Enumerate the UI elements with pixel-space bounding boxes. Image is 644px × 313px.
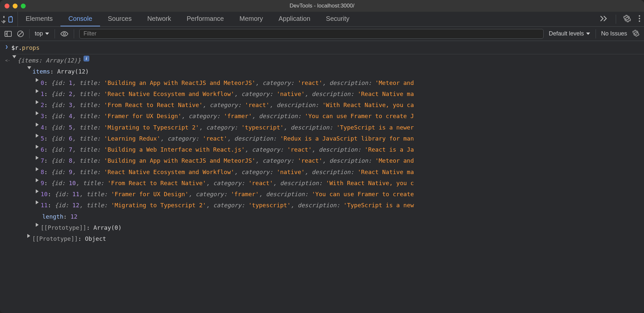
console-toolbar: top Default levels No Issues — [0, 27, 644, 41]
chevron-down-icon — [586, 30, 590, 37]
array-item-content: 2: {id: 3, title: 'From React to React N… — [41, 100, 414, 110]
context-selector[interactable]: top — [35, 30, 49, 37]
array-item-content: 9: {id: 10, title: 'From React to React … — [41, 178, 414, 188]
array-item-row[interactable]: 9: {id: 10, title: 'From React to React … — [0, 178, 644, 189]
expand-toggle-icon[interactable] — [36, 111, 39, 115]
more-tabs-icon[interactable] — [600, 16, 609, 22]
array-item-content: 6: {id: 7, title: 'Building a Web Interf… — [41, 145, 414, 155]
array-item-content: 7: {id: 8, title: 'Building an App with … — [41, 156, 414, 166]
prototype-property: [[Prototype]]: Object — [32, 234, 106, 244]
divider — [74, 29, 74, 38]
divider — [55, 29, 55, 38]
issues-label[interactable]: No Issues — [601, 30, 627, 37]
expand-toggle-icon[interactable] — [36, 78, 39, 82]
device-toggle-icon[interactable] — [10, 17, 12, 21]
array-item-content: 1: {id: 2, title: 'React Native Ecosyste… — [41, 89, 414, 99]
array-item-row[interactable]: 10: {id: 11, title: 'Framer for UX Desig… — [0, 189, 644, 200]
svg-point-0 — [639, 15, 640, 17]
context-label: top — [35, 30, 43, 37]
array-item-content: 10: {id: 11, title: 'Framer for UX Desig… — [41, 189, 414, 199]
array-item-row[interactable]: 3: {id: 4, title: 'Framer for UX Design'… — [0, 111, 644, 122]
window-title: DevTools - localhost:3000/ — [290, 3, 354, 9]
prototype-row[interactable]: [[Prototype]]: Array(0) — [0, 222, 644, 233]
log-levels-selector[interactable]: Default levels — [549, 30, 590, 37]
tab-application[interactable]: Application — [271, 12, 318, 26]
expand-toggle-icon[interactable] — [36, 223, 39, 227]
live-expression-icon[interactable] — [60, 30, 69, 38]
clear-console-icon[interactable] — [17, 30, 24, 37]
array-item-row[interactable]: 8: {id: 9, title: 'React Native Ecosyste… — [0, 167, 644, 178]
divider — [616, 15, 616, 24]
array-items-list: 0: {id: 1, title: 'Building an App with … — [0, 77, 644, 211]
length-property: length: 12 — [42, 212, 77, 222]
length-row[interactable]: length: 12 — [0, 211, 644, 222]
tab-console[interactable]: Console — [60, 12, 100, 26]
expand-toggle-icon[interactable] — [36, 178, 39, 182]
expand-toggle-icon[interactable] — [36, 145, 39, 149]
divider — [14, 54, 644, 54]
tab-elements[interactable]: Elements — [18, 12, 60, 26]
expand-toggle-icon[interactable] — [27, 66, 31, 69]
chevron-down-icon — [45, 30, 49, 37]
tab-performance[interactable]: Performance — [179, 12, 232, 26]
info-icon[interactable]: i — [84, 56, 89, 61]
array-item-row[interactable]: 7: {id: 8, title: 'Building an App with … — [0, 155, 644, 166]
divider — [29, 29, 30, 38]
array-item-row[interactable]: 5: {id: 6, title: 'Learning Redux', cate… — [0, 133, 644, 144]
console-input-expr: $r.props — [11, 43, 40, 53]
tab-network[interactable]: Network — [139, 12, 179, 26]
tab-security[interactable]: Security — [318, 12, 357, 26]
close-button[interactable] — [5, 4, 9, 8]
devtools-window: DevTools - localhost:3000/ Elements Cons… — [0, 0, 644, 313]
expand-toggle-icon[interactable] — [36, 189, 39, 193]
array-item-row[interactable]: 11: {id: 12, title: 'Migrating to Typesc… — [0, 200, 644, 211]
expand-toggle-icon[interactable] — [36, 156, 39, 160]
console-output-row[interactable]: <· {items: Array(12)} i — [0, 55, 644, 66]
sidebar-toggle-icon[interactable] — [5, 30, 12, 37]
array-item-row[interactable]: 2: {id: 3, title: 'From React to React N… — [0, 100, 644, 111]
array-item-row[interactable]: 1: {id: 2, title: 'React Native Ecosyste… — [0, 88, 644, 100]
levels-label: Default levels — [549, 30, 584, 37]
svg-point-5 — [63, 33, 66, 35]
object-property-row[interactable]: items: Array(12) — [0, 66, 644, 77]
svg-point-1 — [639, 18, 640, 19]
console-settings-icon[interactable] — [632, 30, 639, 38]
array-item-content: 0: {id: 1, title: 'Building an App with … — [41, 78, 414, 88]
tab-sources[interactable]: Sources — [100, 12, 139, 26]
console-input-row[interactable]: ❯ $r.props — [0, 42, 644, 53]
panel-tabbar: Elements Console Sources Network Perform… — [0, 12, 644, 27]
array-item-content: 5: {id: 6, title: 'Learning Redux', cate… — [41, 134, 414, 143]
minimize-button[interactable] — [13, 4, 18, 8]
expand-toggle-icon[interactable] — [36, 134, 39, 138]
more-menu-icon[interactable] — [638, 15, 641, 23]
console-content: ❯ $r.props <· {items: Array(12)} i items… — [0, 41, 644, 313]
expand-toggle-icon[interactable] — [27, 234, 30, 238]
filter-input[interactable] — [79, 29, 544, 39]
svg-rect-3 — [5, 31, 11, 36]
titlebar: DevTools - localhost:3000/ — [0, 0, 644, 12]
expand-toggle-icon[interactable] — [36, 167, 39, 171]
array-item-content: 3: {id: 4, title: 'Framer for UX Design'… — [41, 111, 414, 121]
items-property: items: Array(12) — [32, 67, 89, 76]
expand-toggle-icon[interactable] — [36, 123, 39, 127]
settings-icon[interactable] — [623, 15, 631, 23]
maximize-button[interactable] — [21, 4, 26, 8]
input-chevron-icon: ❯ — [5, 43, 8, 51]
svg-point-2 — [639, 20, 640, 22]
array-item-row[interactable]: 0: {id: 1, title: 'Building an App with … — [0, 77, 644, 88]
expand-toggle-icon[interactable] — [36, 200, 39, 204]
window-controls — [5, 4, 26, 8]
output-chevron-icon: <· — [5, 57, 10, 64]
array-item-row[interactable]: 6: {id: 7, title: 'Building a Web Interf… — [0, 144, 644, 155]
expand-toggle-icon[interactable] — [36, 89, 39, 93]
tab-memory[interactable]: Memory — [232, 12, 271, 26]
array-item-content: 4: {id: 5, title: 'Migrating to Typescri… — [41, 123, 414, 132]
prototype-row[interactable]: [[Prototype]]: Object — [0, 233, 644, 244]
array-item-row[interactable]: 4: {id: 5, title: 'Migrating to Typescri… — [0, 122, 644, 133]
expand-toggle-icon[interactable] — [36, 100, 39, 104]
inspect-icon[interactable] — [3, 17, 5, 21]
array-item-content: 11: {id: 12, title: 'Migrating to Typesc… — [41, 200, 414, 210]
array-item-content: 8: {id: 9, title: 'React Native Ecosyste… — [41, 167, 414, 177]
expand-toggle-icon[interactable] — [12, 55, 16, 58]
object-summary: {items: Array(12)} — [18, 56, 81, 65]
